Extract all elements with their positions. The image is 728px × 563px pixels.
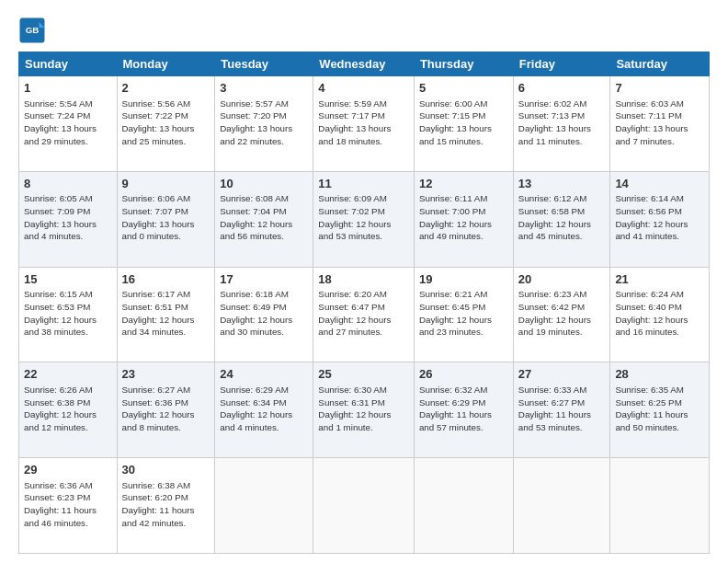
day-info: Sunrise: 6:26 AM Sunset: 6:38 PM Dayligh…	[24, 384, 112, 434]
day-number: 15	[24, 271, 112, 288]
calendar-day: 2Sunrise: 5:56 AM Sunset: 7:22 PM Daylig…	[117, 76, 215, 172]
day-number: 24	[220, 366, 308, 383]
calendar-day: 19Sunrise: 6:21 AM Sunset: 6:45 PM Dayli…	[414, 267, 513, 362]
calendar-day: 13Sunrise: 6:12 AM Sunset: 6:58 PM Dayli…	[513, 171, 610, 267]
logo: GB	[18, 17, 50, 44]
day-info: Sunrise: 5:54 AM Sunset: 7:24 PM Dayligh…	[24, 98, 112, 148]
calendar-day: 30Sunrise: 6:38 AM Sunset: 6:20 PM Dayli…	[117, 458, 215, 554]
weekday-thursday: Thursday	[414, 52, 513, 76]
calendar-day	[313, 458, 415, 554]
day-number: 5	[419, 80, 508, 97]
calendar-day: 8Sunrise: 6:05 AM Sunset: 7:09 PM Daylig…	[19, 171, 118, 267]
day-info: Sunrise: 5:56 AM Sunset: 7:22 PM Dayligh…	[122, 98, 210, 148]
day-info: Sunrise: 6:17 AM Sunset: 6:51 PM Dayligh…	[122, 288, 210, 339]
day-number: 23	[122, 366, 210, 383]
header: GB	[18, 17, 710, 44]
day-number: 22	[24, 366, 112, 383]
day-number: 12	[419, 176, 508, 192]
calendar-day: 4Sunrise: 5:59 AM Sunset: 7:17 PM Daylig…	[313, 76, 415, 172]
calendar-day: 5Sunrise: 6:00 AM Sunset: 7:15 PM Daylig…	[414, 76, 513, 172]
page: GB SundayMondayTuesdayWednesdayThursdayF…	[0, 0, 728, 563]
calendar-week-2: 8Sunrise: 6:05 AM Sunset: 7:09 PM Daylig…	[19, 171, 710, 267]
calendar-day: 1Sunrise: 5:54 AM Sunset: 7:24 PM Daylig…	[19, 76, 118, 172]
calendar-day: 22Sunrise: 6:26 AM Sunset: 6:38 PM Dayli…	[19, 362, 118, 458]
day-info: Sunrise: 6:30 AM Sunset: 6:31 PM Dayligh…	[318, 384, 409, 434]
day-number: 8	[24, 176, 112, 192]
weekday-saturday: Saturday	[610, 52, 710, 76]
day-number: 6	[518, 80, 606, 97]
day-info: Sunrise: 5:59 AM Sunset: 7:17 PM Dayligh…	[318, 98, 409, 148]
calendar-day: 27Sunrise: 6:33 AM Sunset: 6:27 PM Dayli…	[513, 362, 610, 458]
day-number: 16	[122, 271, 210, 288]
day-info: Sunrise: 6:18 AM Sunset: 6:49 PM Dayligh…	[220, 288, 308, 339]
day-info: Sunrise: 6:03 AM Sunset: 7:11 PM Dayligh…	[615, 98, 704, 148]
day-number: 30	[122, 462, 210, 478]
day-info: Sunrise: 6:38 AM Sunset: 6:20 PM Dayligh…	[122, 479, 210, 530]
day-number: 26	[419, 366, 508, 383]
svg-text:GB: GB	[26, 25, 40, 35]
day-number: 19	[419, 271, 508, 288]
calendar-week-4: 22Sunrise: 6:26 AM Sunset: 6:38 PM Dayli…	[19, 362, 710, 458]
day-info: Sunrise: 6:20 AM Sunset: 6:47 PM Dayligh…	[318, 288, 409, 339]
calendar-body: 1Sunrise: 5:54 AM Sunset: 7:24 PM Daylig…	[19, 76, 710, 554]
day-info: Sunrise: 6:02 AM Sunset: 7:13 PM Dayligh…	[518, 98, 606, 148]
day-number: 27	[518, 366, 606, 383]
calendar-table: SundayMondayTuesdayWednesdayThursdayFrid…	[18, 52, 710, 554]
day-number: 13	[518, 176, 606, 192]
weekday-friday: Friday	[513, 52, 610, 76]
day-info: Sunrise: 6:15 AM Sunset: 6:53 PM Dayligh…	[24, 288, 112, 339]
calendar-day: 7Sunrise: 6:03 AM Sunset: 7:11 PM Daylig…	[610, 76, 710, 172]
calendar-day	[513, 458, 610, 554]
calendar-day	[610, 458, 710, 554]
day-info: Sunrise: 6:32 AM Sunset: 6:29 PM Dayligh…	[419, 384, 508, 434]
day-info: Sunrise: 6:21 AM Sunset: 6:45 PM Dayligh…	[419, 288, 508, 339]
calendar-day: 26Sunrise: 6:32 AM Sunset: 6:29 PM Dayli…	[414, 362, 513, 458]
calendar-day: 15Sunrise: 6:15 AM Sunset: 6:53 PM Dayli…	[19, 267, 118, 362]
day-info: Sunrise: 6:12 AM Sunset: 6:58 PM Dayligh…	[518, 192, 606, 243]
calendar-week-3: 15Sunrise: 6:15 AM Sunset: 6:53 PM Dayli…	[19, 267, 710, 362]
weekday-sunday: Sunday	[19, 52, 118, 76]
calendar-week-5: 29Sunrise: 6:36 AM Sunset: 6:23 PM Dayli…	[19, 458, 710, 554]
day-number: 10	[220, 176, 308, 192]
calendar-day	[414, 458, 513, 554]
day-info: Sunrise: 6:33 AM Sunset: 6:27 PM Dayligh…	[518, 384, 606, 434]
calendar-day: 16Sunrise: 6:17 AM Sunset: 6:51 PM Dayli…	[117, 267, 215, 362]
weekday-header-row: SundayMondayTuesdayWednesdayThursdayFrid…	[19, 52, 710, 76]
day-number: 9	[122, 176, 210, 192]
calendar-day: 18Sunrise: 6:20 AM Sunset: 6:47 PM Dayli…	[313, 267, 415, 362]
calendar-day: 17Sunrise: 6:18 AM Sunset: 6:49 PM Dayli…	[215, 267, 313, 362]
day-number: 21	[615, 271, 704, 288]
day-info: Sunrise: 6:11 AM Sunset: 7:00 PM Dayligh…	[419, 192, 508, 243]
calendar-day: 3Sunrise: 5:57 AM Sunset: 7:20 PM Daylig…	[215, 76, 313, 172]
day-info: Sunrise: 6:08 AM Sunset: 7:04 PM Dayligh…	[220, 192, 308, 243]
calendar-day: 24Sunrise: 6:29 AM Sunset: 6:34 PM Dayli…	[215, 362, 313, 458]
calendar-day: 6Sunrise: 6:02 AM Sunset: 7:13 PM Daylig…	[513, 76, 610, 172]
weekday-tuesday: Tuesday	[215, 52, 313, 76]
calendar-day: 20Sunrise: 6:23 AM Sunset: 6:42 PM Dayli…	[513, 267, 610, 362]
day-number: 3	[220, 80, 308, 97]
weekday-monday: Monday	[117, 52, 215, 76]
day-number: 17	[220, 271, 308, 288]
calendar-day: 23Sunrise: 6:27 AM Sunset: 6:36 PM Dayli…	[117, 362, 215, 458]
day-number: 29	[24, 462, 112, 478]
day-number: 4	[318, 80, 409, 97]
calendar-header: SundayMondayTuesdayWednesdayThursdayFrid…	[19, 52, 710, 76]
day-number: 18	[318, 271, 409, 288]
day-number: 1	[24, 80, 112, 97]
calendar-day: 10Sunrise: 6:08 AM Sunset: 7:04 PM Dayli…	[215, 171, 313, 267]
calendar-day: 12Sunrise: 6:11 AM Sunset: 7:00 PM Dayli…	[414, 171, 513, 267]
day-number: 2	[122, 80, 210, 97]
calendar-day: 25Sunrise: 6:30 AM Sunset: 6:31 PM Dayli…	[313, 362, 415, 458]
calendar-day: 21Sunrise: 6:24 AM Sunset: 6:40 PM Dayli…	[610, 267, 710, 362]
weekday-wednesday: Wednesday	[313, 52, 415, 76]
day-info: Sunrise: 6:24 AM Sunset: 6:40 PM Dayligh…	[615, 288, 704, 339]
day-info: Sunrise: 6:00 AM Sunset: 7:15 PM Dayligh…	[419, 98, 508, 148]
day-number: 7	[615, 80, 704, 97]
day-info: Sunrise: 6:06 AM Sunset: 7:07 PM Dayligh…	[122, 192, 210, 243]
logo-icon: GB	[18, 17, 46, 44]
calendar-day: 11Sunrise: 6:09 AM Sunset: 7:02 PM Dayli…	[313, 171, 415, 267]
day-info: Sunrise: 6:35 AM Sunset: 6:25 PM Dayligh…	[615, 384, 704, 434]
day-info: Sunrise: 6:23 AM Sunset: 6:42 PM Dayligh…	[518, 288, 606, 339]
calendar-day	[215, 458, 313, 554]
day-number: 28	[615, 366, 704, 383]
